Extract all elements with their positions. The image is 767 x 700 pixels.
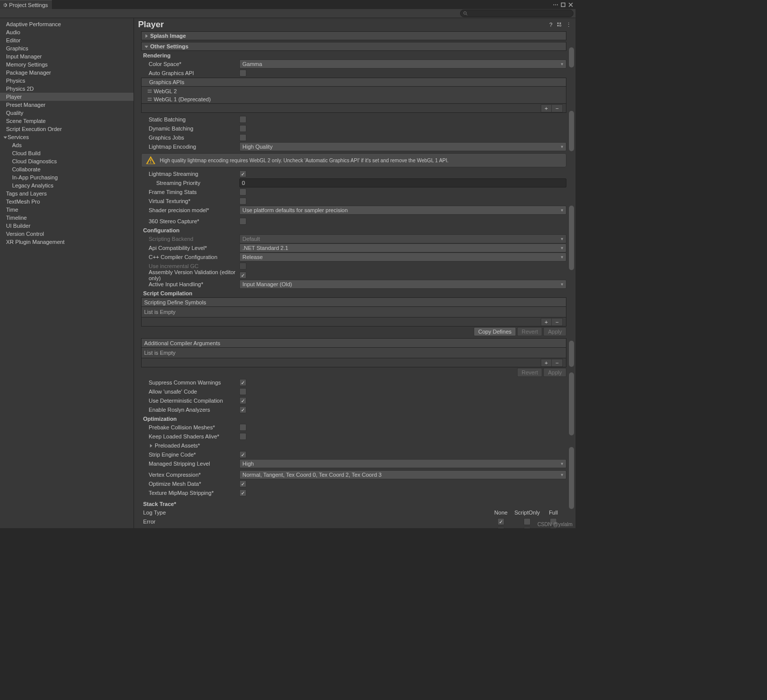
drag-handle-icon[interactable] [148, 97, 152, 101]
group-stack-trace: Stack Trace* [141, 499, 566, 508]
section-splash-image[interactable]: Splash Image [141, 31, 566, 40]
checkbox-assembly-validation[interactable] [239, 272, 246, 279]
checkbox-prebake[interactable] [239, 424, 246, 431]
sidebar-item-services[interactable]: Services [0, 133, 134, 141]
checkbox-stacktrace[interactable] [497, 518, 504, 525]
checkbox-stacktrace[interactable] [497, 527, 504, 528]
remove-api-button[interactable]: − [552, 104, 563, 112]
sidebar-item-time[interactable]: Time [0, 206, 134, 214]
label-keep-shaders: Keep Loaded Shaders Alive* [149, 433, 239, 439]
add-api-button[interactable]: + [541, 104, 552, 112]
label-auto-graphics: Auto Graphics API [149, 70, 239, 76]
search-input[interactable] [460, 10, 573, 17]
add-define-button[interactable]: + [541, 318, 552, 326]
arrow-right-icon[interactable] [149, 443, 153, 448]
svg-rect-7 [148, 98, 152, 99]
dropdown-stripping-level[interactable]: High [239, 459, 566, 468]
sidebar-item-physics-2d[interactable]: Physics 2D [0, 85, 134, 93]
sidebar-item-graphics[interactable]: Graphics [0, 44, 134, 52]
api-list-item[interactable]: WebGL 1 (Deprecated) [141, 95, 566, 104]
api-list-item[interactable]: WebGL 2 [141, 87, 566, 95]
label-frame-timing: Frame Timing Stats [149, 189, 239, 195]
sidebar-item-input-manager[interactable]: Input Manager [0, 52, 134, 60]
section-other-settings[interactable]: Other Settings [141, 42, 566, 51]
sidebar-item-cloud-build[interactable]: Cloud Build [0, 149, 134, 157]
sidebar-item-legacy-analytics[interactable]: Legacy Analytics [0, 181, 134, 189]
close-icon[interactable] [568, 2, 573, 8]
sidebar-item-ads[interactable]: Ads [0, 141, 134, 149]
maximize-icon[interactable] [560, 2, 566, 8]
checkbox-mipmap-stripping[interactable] [239, 489, 246, 496]
add-arg-button[interactable]: + [541, 359, 552, 367]
checkbox-optimize-mesh[interactable] [239, 480, 246, 487]
sidebar-item-physics[interactable]: Physics [0, 77, 134, 85]
sidebar-item-cloud-diagnostics[interactable]: Cloud Diagnostics [0, 157, 134, 165]
tab-project-settings[interactable]: Project Settings [0, 0, 52, 9]
copy-defines-button[interactable]: Copy Defines [474, 327, 516, 336]
dropdown-lightmap-encoding[interactable]: High Quality [239, 142, 566, 151]
checkbox-360-stereo[interactable] [239, 218, 246, 225]
sidebar-item-in-app-purchasing[interactable]: In-App Purchasing [0, 173, 134, 181]
sidebar-item-version-control[interactable]: Version Control [0, 230, 134, 238]
checkbox-deterministic[interactable] [239, 397, 246, 404]
checkbox-virtual-texturing[interactable] [239, 198, 246, 205]
sidebar-item-package-manager[interactable]: Package Manager [0, 69, 134, 77]
dropdown-color-space[interactable]: Gamma [239, 59, 566, 69]
group-optimization: Optimization [141, 414, 566, 423]
sidebar-item-timeline[interactable]: Timeline [0, 214, 134, 222]
preset-icon[interactable] [556, 22, 562, 28]
sidebar-item-player[interactable]: Player [0, 93, 134, 101]
checkbox-static-batching[interactable] [239, 116, 246, 123]
checkbox-suppress-warnings[interactable] [239, 379, 246, 386]
checkbox-stacktrace[interactable] [524, 518, 531, 525]
checkbox-keep-shaders[interactable] [239, 433, 246, 440]
dropdown-active-input[interactable]: Input Manager (Old) [239, 280, 566, 289]
checkbox-lightmap-streaming[interactable] [239, 170, 246, 177]
remove-define-button[interactable]: − [552, 318, 563, 326]
label-prebake: Prebake Collision Meshes* [149, 424, 239, 430]
checkbox-strip-engine[interactable] [239, 451, 246, 458]
label-graphics-jobs: Graphics Jobs [149, 135, 239, 141]
label-api-compat: Api Compatibility Level* [149, 245, 239, 251]
sidebar-item-ui-builder[interactable]: UI Builder [0, 222, 134, 230]
sidebar-item-script-execution-order[interactable]: Script Execution Order [0, 125, 134, 133]
dropdown-api-compat[interactable]: .NET Standard 2.1 [239, 243, 566, 252]
dropdown-cpp-compiler[interactable]: Release [239, 252, 566, 262]
checkbox-stacktrace[interactable] [550, 527, 557, 528]
dropdown-vertex-compression[interactable]: Normal, Tangent, Tex Coord 0, Tex Coord … [239, 470, 566, 479]
label-active-input: Active Input Handling* [149, 281, 239, 287]
checkbox-incremental-gc [239, 263, 246, 270]
arrow-down-icon [3, 135, 8, 140]
stacktrace-row-error: Error [143, 517, 566, 526]
drag-handle-icon[interactable] [148, 89, 152, 93]
checkbox-stacktrace[interactable] [524, 527, 531, 528]
checkbox-auto-graphics[interactable] [239, 70, 246, 77]
scrollbar[interactable] [569, 31, 574, 528]
sidebar-item-adaptive-performance[interactable]: Adaptive Performance [0, 20, 134, 28]
stack-trace-header: Log Type None ScriptOnly Full [143, 508, 566, 517]
label-scripting-backend: Scripting Backend [149, 236, 239, 242]
remove-arg-button[interactable]: − [552, 359, 563, 367]
checkbox-roslyn[interactable] [239, 406, 246, 413]
sidebar-item-collaborate[interactable]: Collaborate [0, 165, 134, 173]
sidebar-item-scene-template[interactable]: Scene Template [0, 117, 134, 125]
more-icon[interactable]: ⋮ [566, 22, 571, 28]
sidebar-item-preset-manager[interactable]: Preset Manager [0, 101, 134, 109]
checkbox-allow-unsafe[interactable] [239, 388, 246, 395]
sidebar-item-xr-plugin-management[interactable]: XR Plugin Management [0, 238, 134, 246]
checkbox-graphics-jobs[interactable] [239, 134, 246, 141]
sidebar-item-memory-settings[interactable]: Memory Settings [0, 60, 134, 69]
list-empty-label-2: List is Empty [142, 348, 566, 358]
sidebar-item-audio[interactable]: Audio [0, 28, 134, 36]
sidebar-item-editor[interactable]: Editor [0, 36, 134, 44]
dropdown-shader-precision[interactable]: Use platform defaults for sampler precis… [239, 206, 566, 215]
menu-icon[interactable] [553, 2, 558, 8]
input-streaming-priority[interactable]: 0 [239, 178, 566, 187]
sidebar-item-textmesh-pro[interactable]: TextMesh Pro [0, 198, 134, 206]
help-icon[interactable]: ? [549, 22, 552, 28]
sidebar-item-tags-and-layers[interactable]: Tags and Layers [0, 189, 134, 198]
sidebar-item-quality[interactable]: Quality [0, 109, 134, 117]
search-icon [463, 11, 468, 16]
checkbox-dynamic-batching[interactable] [239, 125, 246, 132]
checkbox-frame-timing[interactable] [239, 188, 246, 196]
